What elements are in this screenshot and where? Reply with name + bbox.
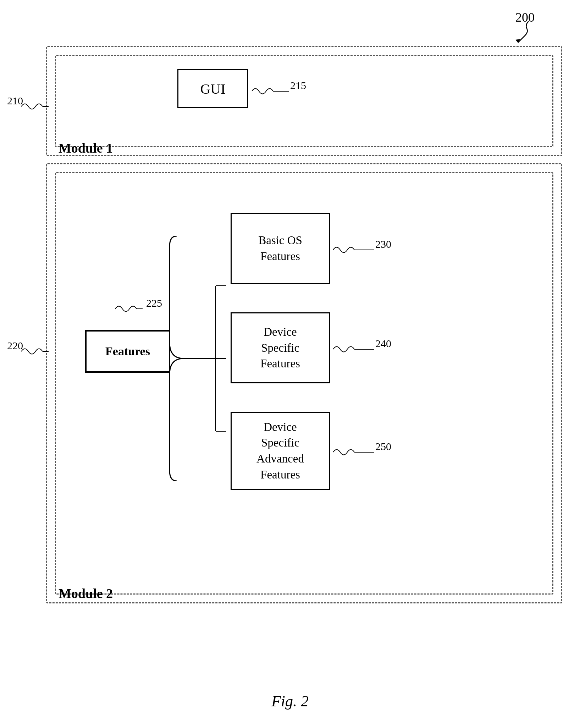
module2-label: Module 2 — [59, 586, 113, 601]
curly-brace-icon — [166, 236, 237, 481]
ref-230-label: 230 — [375, 238, 391, 250]
device-specific-advanced-features-box: Device Specific Advanced Features — [231, 412, 330, 490]
squiggle-250-icon — [331, 445, 377, 459]
ref-210-label: 210 — [7, 95, 23, 107]
squiggle-220-icon — [20, 344, 51, 358]
ref-215-label: 215 — [290, 80, 306, 92]
figure-label: Fig. 2 — [271, 692, 309, 710]
ref-250-label: 250 — [375, 440, 391, 453]
module1-inner-border — [55, 55, 553, 147]
ref-240-label: 240 — [375, 338, 391, 350]
arrow-200-icon — [506, 18, 534, 46]
squiggle-230-icon — [331, 243, 377, 257]
device-specific-features-box: Device Specific Features — [231, 312, 330, 383]
gui-box: GUI — [177, 69, 248, 108]
squiggle-215-icon — [250, 84, 293, 98]
squiggle-225-icon — [114, 302, 145, 316]
basic-os-features-box: Basic OS Features — [231, 213, 330, 284]
features-box: Features — [85, 330, 170, 373]
ref-220-label: 220 — [7, 340, 23, 352]
squiggle-210-icon — [20, 99, 51, 114]
ref-225-label: 225 — [146, 297, 162, 309]
squiggle-240-icon — [331, 342, 377, 356]
